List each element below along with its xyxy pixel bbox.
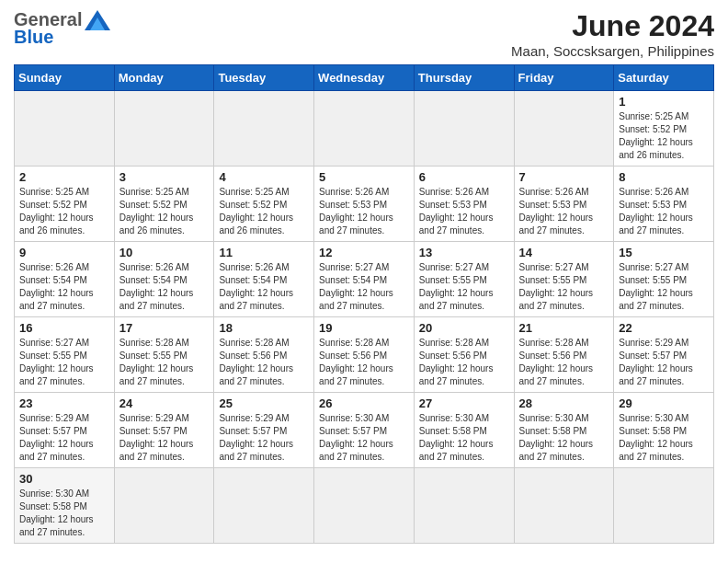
day-number: 2 <box>19 170 109 184</box>
table-row: 15Sunrise: 5:27 AM Sunset: 5:55 PM Dayli… <box>614 242 714 317</box>
day-number: 15 <box>619 246 709 259</box>
day-number: 4 <box>219 170 309 184</box>
day-number: 19 <box>319 321 409 335</box>
calendar-row: 30Sunrise: 5:30 AM Sunset: 5:58 PM Dayli… <box>15 468 714 544</box>
day-number: 29 <box>619 396 709 410</box>
day-info: Sunrise: 5:27 AM Sunset: 5:55 PM Dayligh… <box>19 337 109 388</box>
day-info: Sunrise: 5:26 AM Sunset: 5:53 PM Dayligh… <box>419 186 509 237</box>
day-info: Sunrise: 5:25 AM Sunset: 5:52 PM Dayligh… <box>19 186 109 237</box>
header-tuesday: Tuesday <box>214 65 314 91</box>
header-thursday: Thursday <box>414 65 514 91</box>
location-subtitle: Maan, Soccsksargen, Philippines <box>511 43 714 59</box>
day-number: 9 <box>19 246 109 259</box>
day-info: Sunrise: 5:27 AM Sunset: 5:55 PM Dayligh… <box>419 261 509 313</box>
calendar-row: 1Sunrise: 5:25 AM Sunset: 5:52 PM Daylig… <box>15 91 714 167</box>
day-number: 10 <box>119 246 210 259</box>
table-row: 14Sunrise: 5:27 AM Sunset: 5:55 PM Dayli… <box>514 242 614 317</box>
table-row <box>314 468 415 544</box>
day-info: Sunrise: 5:25 AM Sunset: 5:52 PM Dayligh… <box>219 186 309 237</box>
day-info: Sunrise: 5:28 AM Sunset: 5:56 PM Dayligh… <box>419 337 509 388</box>
table-row: 1Sunrise: 5:25 AM Sunset: 5:52 PM Daylig… <box>614 91 714 167</box>
day-info: Sunrise: 5:27 AM Sunset: 5:54 PM Dayligh… <box>319 261 409 313</box>
day-info: Sunrise: 5:30 AM Sunset: 5:57 PM Dayligh… <box>319 412 409 464</box>
day-info: Sunrise: 5:28 AM Sunset: 5:56 PM Dayligh… <box>519 337 609 388</box>
table-row: 5Sunrise: 5:26 AM Sunset: 5:53 PM Daylig… <box>314 167 415 242</box>
day-info: Sunrise: 5:26 AM Sunset: 5:53 PM Dayligh… <box>319 186 409 237</box>
logo-blue-text: Blue <box>14 27 53 48</box>
calendar-row: 23Sunrise: 5:29 AM Sunset: 5:57 PM Dayli… <box>15 393 714 468</box>
table-row: 30Sunrise: 5:30 AM Sunset: 5:58 PM Dayli… <box>15 468 115 544</box>
day-number: 30 <box>19 472 109 486</box>
day-info: Sunrise: 5:30 AM Sunset: 5:58 PM Dayligh… <box>19 488 109 539</box>
weekday-header-row: Sunday Monday Tuesday Wednesday Thursday… <box>15 65 714 91</box>
table-row: 17Sunrise: 5:28 AM Sunset: 5:55 PM Dayli… <box>114 317 214 393</box>
day-number: 18 <box>219 321 309 335</box>
header-friday: Friday <box>514 65 614 91</box>
table-row: 27Sunrise: 5:30 AM Sunset: 5:58 PM Dayli… <box>414 393 514 468</box>
table-row: 12Sunrise: 5:27 AM Sunset: 5:54 PM Dayli… <box>314 242 415 317</box>
table-row: 19Sunrise: 5:28 AM Sunset: 5:56 PM Dayli… <box>314 317 415 393</box>
day-info: Sunrise: 5:26 AM Sunset: 5:54 PM Dayligh… <box>119 261 210 313</box>
day-number: 16 <box>19 321 109 335</box>
header-saturday: Saturday <box>614 65 714 91</box>
calendar-row: 16Sunrise: 5:27 AM Sunset: 5:55 PM Dayli… <box>15 317 714 393</box>
day-number: 14 <box>519 246 609 259</box>
calendar-row: 9Sunrise: 5:26 AM Sunset: 5:54 PM Daylig… <box>15 242 714 317</box>
day-info: Sunrise: 5:29 AM Sunset: 5:57 PM Dayligh… <box>619 337 709 388</box>
table-row: 11Sunrise: 5:26 AM Sunset: 5:54 PM Dayli… <box>214 242 314 317</box>
calendar-row: 2Sunrise: 5:25 AM Sunset: 5:52 PM Daylig… <box>15 167 714 242</box>
day-number: 27 <box>419 396 509 410</box>
table-row: 4Sunrise: 5:25 AM Sunset: 5:52 PM Daylig… <box>214 167 314 242</box>
table-row: 2Sunrise: 5:25 AM Sunset: 5:52 PM Daylig… <box>15 167 115 242</box>
day-number: 13 <box>419 246 509 259</box>
day-number: 1 <box>619 95 709 109</box>
day-info: Sunrise: 5:26 AM Sunset: 5:54 PM Dayligh… <box>219 261 309 313</box>
title-area: June 2024 Maan, Soccsksargen, Philippine… <box>511 9 714 59</box>
table-row <box>15 91 115 167</box>
day-info: Sunrise: 5:29 AM Sunset: 5:57 PM Dayligh… <box>19 412 109 464</box>
table-row: 28Sunrise: 5:30 AM Sunset: 5:58 PM Dayli… <box>514 393 614 468</box>
day-info: Sunrise: 5:26 AM Sunset: 5:54 PM Dayligh… <box>19 261 109 313</box>
day-info: Sunrise: 5:25 AM Sunset: 5:52 PM Dayligh… <box>119 186 210 237</box>
day-number: 6 <box>419 170 509 184</box>
day-number: 24 <box>119 396 210 410</box>
table-row <box>414 91 514 167</box>
table-row: 26Sunrise: 5:30 AM Sunset: 5:57 PM Dayli… <box>314 393 415 468</box>
day-info: Sunrise: 5:27 AM Sunset: 5:55 PM Dayligh… <box>519 261 609 313</box>
table-row: 10Sunrise: 5:26 AM Sunset: 5:54 PM Dayli… <box>114 242 214 317</box>
day-info: Sunrise: 5:28 AM Sunset: 5:55 PM Dayligh… <box>119 337 210 388</box>
page-header: General Blue June 2024 Maan, Soccsksarge… <box>14 9 714 59</box>
day-info: Sunrise: 5:30 AM Sunset: 5:58 PM Dayligh… <box>519 412 609 464</box>
day-info: Sunrise: 5:26 AM Sunset: 5:53 PM Dayligh… <box>519 186 609 237</box>
table-row <box>514 91 614 167</box>
table-row <box>114 468 214 544</box>
table-row <box>214 468 314 544</box>
table-row: 8Sunrise: 5:26 AM Sunset: 5:53 PM Daylig… <box>614 167 714 242</box>
table-row <box>614 468 714 544</box>
table-row: 21Sunrise: 5:28 AM Sunset: 5:56 PM Dayli… <box>514 317 614 393</box>
calendar-table: Sunday Monday Tuesday Wednesday Thursday… <box>14 64 714 544</box>
logo-blue-icon <box>85 10 110 30</box>
day-number: 3 <box>119 170 210 184</box>
table-row: 24Sunrise: 5:29 AM Sunset: 5:57 PM Dayli… <box>114 393 214 468</box>
table-row: 9Sunrise: 5:26 AM Sunset: 5:54 PM Daylig… <box>15 242 115 317</box>
table-row: 29Sunrise: 5:30 AM Sunset: 5:58 PM Dayli… <box>614 393 714 468</box>
day-info: Sunrise: 5:26 AM Sunset: 5:53 PM Dayligh… <box>619 186 709 237</box>
day-number: 7 <box>519 170 609 184</box>
table-row: 6Sunrise: 5:26 AM Sunset: 5:53 PM Daylig… <box>414 167 514 242</box>
header-monday: Monday <box>114 65 214 91</box>
header-sunday: Sunday <box>15 65 115 91</box>
table-row: 16Sunrise: 5:27 AM Sunset: 5:55 PM Dayli… <box>15 317 115 393</box>
table-row: 20Sunrise: 5:28 AM Sunset: 5:56 PM Dayli… <box>414 317 514 393</box>
day-info: Sunrise: 5:30 AM Sunset: 5:58 PM Dayligh… <box>419 412 509 464</box>
day-info: Sunrise: 5:28 AM Sunset: 5:56 PM Dayligh… <box>319 337 409 388</box>
day-number: 20 <box>419 321 509 335</box>
day-number: 28 <box>519 396 609 410</box>
day-info: Sunrise: 5:30 AM Sunset: 5:58 PM Dayligh… <box>619 412 709 464</box>
table-row <box>514 468 614 544</box>
header-wednesday: Wednesday <box>314 65 415 91</box>
table-row: 18Sunrise: 5:28 AM Sunset: 5:56 PM Dayli… <box>214 317 314 393</box>
day-info: Sunrise: 5:25 AM Sunset: 5:52 PM Dayligh… <box>619 110 709 162</box>
day-info: Sunrise: 5:28 AM Sunset: 5:56 PM Dayligh… <box>219 337 309 388</box>
table-row: 13Sunrise: 5:27 AM Sunset: 5:55 PM Dayli… <box>414 242 514 317</box>
